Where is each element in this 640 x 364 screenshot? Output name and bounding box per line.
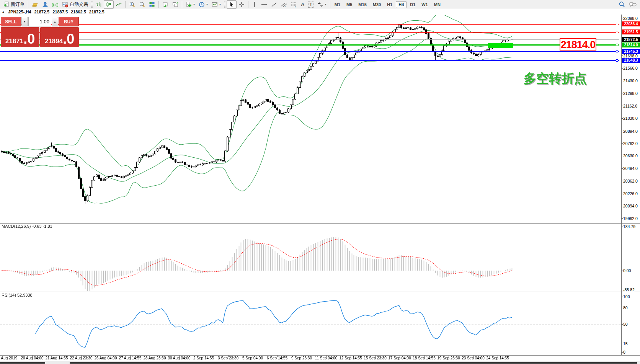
- volume-input[interactable]: [28, 17, 51, 26]
- toolbar-separator: [248, 1, 248, 8]
- gold-bar-icon: [32, 2, 38, 8]
- text-tool-icon: A: [301, 2, 304, 7]
- templates-button[interactable]: ▾: [210, 0, 223, 9]
- y-axis-tick-label: 20226.0: [623, 191, 638, 196]
- y-axis-tick-label: 20494.0: [623, 166, 638, 171]
- y-axis-tick-label: 20894.0: [623, 129, 638, 134]
- community-button[interactable]: [40, 0, 50, 9]
- chart-collapse-arrow[interactable]: ▲: [2, 10, 5, 14]
- turning-point-annotation[interactable]: 多空转折点: [524, 70, 587, 87]
- autotrading-button[interactable]: 自动交易: [60, 0, 90, 9]
- autotrading-label: 自动交易: [70, 1, 88, 8]
- zoom-out-button[interactable]: [137, 0, 147, 9]
- channel-tool-button[interactable]: E: [279, 0, 289, 9]
- y-axis-tick-label: 20362.0: [623, 179, 638, 183]
- volume-increase-button[interactable]: ▲: [52, 17, 58, 26]
- line-chart-button[interactable]: [114, 0, 124, 9]
- x-axis-time-label: 2 Sep 14:55: [193, 356, 214, 360]
- toolbar-separator: [28, 1, 28, 8]
- x-axis-time-label: 11 Sep 04:00: [315, 356, 338, 360]
- x-axis-time-label: 17 Sep 04:00: [388, 356, 411, 360]
- toolbar-separator: [182, 1, 182, 8]
- dropdown-arrow-icon: ▾: [325, 3, 327, 6]
- buy-price-panel[interactable]: 21894.0: [40, 27, 79, 47]
- chat-button[interactable]: [627, 0, 638, 9]
- search-icon: [619, 1, 625, 8]
- y-axis-tick-label: 21698.0: [623, 54, 638, 58]
- x-axis-time-label: 12 Sep 14:55: [339, 356, 362, 360]
- timeframe-m1-button[interactable]: M1: [332, 1, 343, 8]
- toolbar-grip: [91, 2, 93, 8]
- text-label-tool-button[interactable]: T: [306, 0, 315, 9]
- buy-button[interactable]: BUY: [59, 17, 79, 26]
- sell-button[interactable]: SELL: [1, 17, 21, 26]
- arrange-windows-button[interactable]: [170, 0, 180, 9]
- candlestick-chart-button[interactable]: [104, 0, 114, 9]
- timeframe-m30-button[interactable]: M30: [370, 1, 384, 8]
- h-scrollbar[interactable]: [0, 361, 640, 364]
- indicators-button[interactable]: ▾: [184, 0, 197, 9]
- y-axis-tick-label: 0.00: [623, 268, 631, 273]
- add-indicator-icon: [186, 2, 192, 8]
- bar-chart-button[interactable]: [94, 0, 104, 9]
- template-icon: [212, 2, 218, 8]
- vertical-line-tool-button[interactable]: [250, 0, 259, 9]
- fibonacci-tool-button[interactable]: F: [289, 0, 299, 9]
- svg-text:E: E: [285, 5, 286, 8]
- trendline-tool-button[interactable]: [269, 0, 279, 9]
- timeframe-h4-button[interactable]: H4: [396, 1, 407, 8]
- zoom-in-button[interactable]: [127, 0, 137, 9]
- tile-windows-button[interactable]: [147, 0, 157, 9]
- arrows-icon: [317, 2, 323, 8]
- deposit-button[interactable]: [30, 0, 40, 9]
- x-axis-time-label: 26 Aug 04:00: [95, 356, 117, 360]
- text-tool-button[interactable]: A: [299, 0, 306, 9]
- h-scrollbar-thumb[interactable]: [0, 362, 45, 364]
- horizontal-line-tool-button[interactable]: [259, 0, 269, 9]
- periods-button[interactable]: ▾: [197, 0, 210, 9]
- y-axis-tick-label: 21298.0: [623, 91, 638, 96]
- timeframe-w1-button[interactable]: W1: [419, 1, 431, 8]
- panel-separator-macd[interactable]: [0, 223, 640, 224]
- svg-text:F: F: [295, 6, 296, 8]
- price-level-label: 21951.5: [622, 29, 640, 34]
- x-axis-time-label: 21 Aug 14:55: [46, 356, 68, 360]
- x-axis-time-label: 15 Sep 23:30: [364, 356, 387, 360]
- tile-windows-icon: [149, 2, 155, 8]
- y-axis-tick-label: 50: [623, 322, 628, 326]
- volume-decrease-button[interactable]: ▼: [21, 17, 28, 26]
- timeframe-m15-button[interactable]: M15: [356, 1, 369, 8]
- x-axis-time-label: 23 Sep 04:00: [462, 356, 485, 360]
- timeframe-h1-button[interactable]: H1: [384, 1, 395, 8]
- x-axis-time-label: 22 Aug 23:30: [70, 356, 93, 360]
- candlestick-icon: [106, 2, 112, 8]
- x-axis-time-label: 27 Aug 14:55: [119, 356, 142, 360]
- rsi-indicator-title: RSI(14) 52.9338: [2, 293, 33, 297]
- search-button[interactable]: [617, 0, 627, 9]
- h-scrollbar-thumb[interactable]: [70, 362, 637, 364]
- new-order-label: 新订单: [11, 1, 24, 8]
- ohlc-open: 21872.5: [34, 10, 49, 14]
- timeframe-d1-button[interactable]: D1: [407, 1, 418, 8]
- sell-price-panel[interactable]: 21871.0: [1, 27, 39, 47]
- x-axis-time-label: 3 Sep 23:30: [218, 356, 238, 360]
- signals-button[interactable]: [50, 0, 60, 9]
- crosshair-tool-button[interactable]: [237, 0, 247, 9]
- panel-separator-rsi[interactable]: [0, 292, 640, 292]
- y-axis-tick-label: 80: [623, 305, 628, 310]
- auto-arrange-button[interactable]: [160, 0, 170, 9]
- y-axis-tick-label: 21430.0: [623, 78, 638, 83]
- timeframe-mn-button[interactable]: MN: [431, 1, 443, 8]
- arrows-tool-button[interactable]: ▾: [315, 0, 328, 9]
- buy-price-main: 21894: [45, 38, 63, 45]
- text-label-icon: T: [308, 2, 313, 8]
- y-axis-tick-label: 20630.0: [623, 153, 638, 158]
- chart-title-bar: ▲ JPN225-,H4 21872.5 21887.5 21862.5 218…: [0, 9, 640, 15]
- arrange-windows-icon: [172, 2, 178, 8]
- timeframe-m5-button[interactable]: M5: [344, 1, 355, 8]
- x-axis-time-label: 8 Aug 2019: [0, 356, 17, 360]
- price-chart-canvas[interactable]: [0, 15, 621, 361]
- cursor-tool-button[interactable]: [227, 0, 237, 9]
- new-order-button[interactable]: 新订单: [2, 0, 26, 9]
- price-callout-box[interactable]: 21814.0: [560, 38, 596, 51]
